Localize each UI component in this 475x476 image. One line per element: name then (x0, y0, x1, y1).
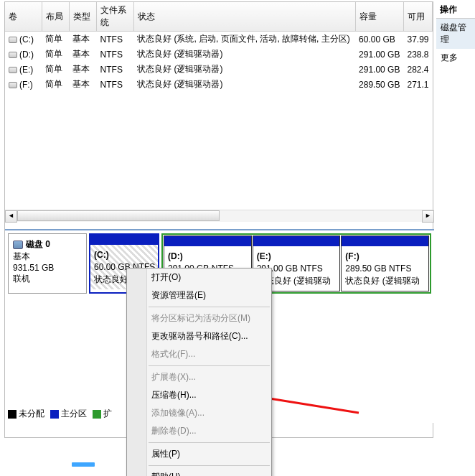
disk-0-state: 联机 (13, 273, 82, 285)
legend-extended: 扩 (103, 409, 112, 419)
actions-header: 操作 (436, 1, 475, 19)
actions-disk-management[interactable]: 磁盘管理 (436, 19, 475, 49)
scroll-track[interactable] (17, 210, 422, 222)
table-row[interactable]: (C:)简单基本NTFS状态良好 (系统, 启动, 页面文件, 活动, 故障转储… (5, 32, 433, 47)
partition-f-status: 状态良好 (逻辑驱动 (345, 276, 419, 286)
partition-f-title: (F:) (345, 251, 359, 261)
menu-shrink-volume[interactable]: 压缩卷(H)... (127, 386, 271, 404)
partition-c-title: (C:) (94, 250, 109, 260)
col-layout[interactable]: 布局 (42, 2, 69, 32)
scroll-thumb[interactable] (17, 210, 220, 221)
table-row[interactable]: (F:)简单基本NTFS状态良好 (逻辑驱动器)289.50 GB271.1 (5, 77, 433, 92)
horizontal-scrollbar[interactable]: ◄ ► (5, 210, 434, 222)
legend-swatch-unallocated (8, 410, 17, 419)
col-filesystem[interactable]: 文件系统 (97, 2, 134, 32)
disk-icon (13, 241, 23, 249)
legend-swatch-extended (93, 410, 101, 419)
drive-icon (9, 37, 17, 43)
menu-help[interactable]: 帮助(H) (127, 468, 271, 476)
partition-e-title: (E:) (257, 251, 271, 261)
menu-explorer[interactable]: 资源管理器(E) (127, 286, 271, 304)
menu-delete-volume: 删除卷(D)... (127, 422, 271, 440)
drive-icon (9, 67, 17, 73)
partition-d-title: (D:) (168, 251, 183, 261)
col-type[interactable]: 类型 (69, 2, 96, 32)
partition-f-size: 289.50 GB NTFS (345, 263, 411, 274)
menu-change-drive-letter[interactable]: 更改驱动器号和路径(C)... (127, 327, 271, 345)
bottom-tab-indicator (72, 462, 95, 467)
legend-unallocated: 未分配 (19, 409, 44, 419)
disk-0-kind: 基本 (13, 251, 82, 263)
table-row[interactable]: (E:)简单基本NTFS状态良好 (逻辑驱动器)291.00 GB282.4 (5, 62, 433, 77)
disk-0-label-box[interactable]: 磁盘 0 基本 931.51 GB 联机 (8, 233, 87, 294)
legend: 未分配 主分区 扩 (8, 408, 112, 420)
table-row[interactable]: (D:)简单基本NTFS状态良好 (逻辑驱动器)291.00 GB238.8 (5, 47, 433, 62)
scroll-right-button[interactable]: ► (422, 210, 434, 223)
col-capacity[interactable]: 容量 (355, 2, 403, 32)
scroll-left-button[interactable]: ◄ (5, 210, 17, 223)
col-status[interactable]: 状态 (133, 2, 355, 32)
menu-properties[interactable]: 属性(P) (127, 445, 271, 463)
context-menu: 打开(O) 资源管理器(E) 将分区标记为活动分区(M) 更改驱动器号和路径(C… (126, 268, 272, 476)
menu-open[interactable]: 打开(O) (127, 269, 271, 286)
menu-mark-active: 将分区标记为活动分区(M) (127, 309, 271, 327)
actions-more[interactable]: 更多 (436, 49, 475, 67)
menu-extend-volume: 扩展卷(X)... (127, 368, 271, 386)
legend-primary: 主分区 (61, 409, 87, 419)
menu-format: 格式化(F)... (127, 345, 271, 363)
partition-f[interactable]: (F:) 289.50 GB NTFS 状态良好 (逻辑驱动 (341, 235, 429, 291)
drive-icon (9, 82, 17, 88)
actions-panel: 操作 磁盘管理 更多 (436, 1, 475, 438)
disk-0-name: 磁盘 0 (26, 238, 50, 251)
col-free[interactable]: 可用 (403, 2, 432, 32)
volume-table[interactable]: 卷 布局 类型 文件系统 状态 容量 可用 (C:)简单基本NTFS状态良好 (… (5, 2, 433, 92)
drive-icon (9, 52, 17, 58)
disk-0-size: 931.51 GB (13, 263, 82, 273)
col-volume[interactable]: 卷 (5, 2, 42, 32)
legend-swatch-primary (50, 410, 59, 419)
menu-add-mirror: 添加镜像(A)... (127, 404, 271, 422)
